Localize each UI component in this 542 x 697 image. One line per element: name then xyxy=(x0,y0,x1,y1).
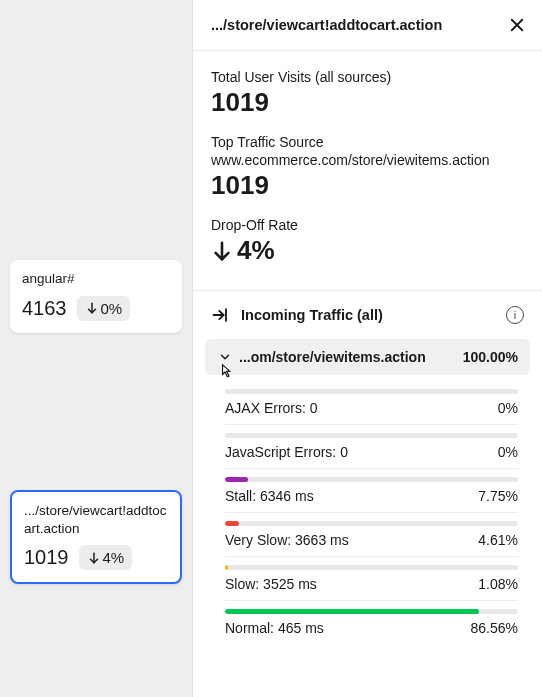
metric-bar xyxy=(225,389,518,394)
accordion-pct: 100.00% xyxy=(463,349,518,365)
metric-bar-fill xyxy=(225,521,239,526)
metrics-list: AJAX Errors: 00%JavaScript Errors: 00%St… xyxy=(205,375,530,644)
drop-value: 4% xyxy=(211,235,524,266)
metric-row: Very Slow: 3663 ms4.61% xyxy=(225,513,518,557)
panel-title: .../store/viewcart!addtocart.action xyxy=(211,17,442,33)
accordion-header[interactable]: ...om/store/viewitems.action 100.00% xyxy=(205,339,530,375)
arrow-down-icon xyxy=(211,240,233,262)
metric-row: Slow: 3525 ms1.08% xyxy=(225,557,518,601)
accordion-title: ...om/store/viewitems.action xyxy=(239,349,426,365)
metric-row: JavaScript Errors: 00% xyxy=(225,425,518,469)
metric-label: Normal: 465 ms xyxy=(225,620,324,636)
node-delta-badge: 0% xyxy=(77,296,131,321)
chevron-down-icon xyxy=(217,349,233,365)
incoming-label: Incoming Traffic (all) xyxy=(241,307,496,323)
metric-row: Normal: 465 ms86.56% xyxy=(225,601,518,644)
traffic-accordion: ...om/store/viewitems.action 100.00% AJA… xyxy=(193,339,542,654)
flow-node-angular[interactable]: angular# 4163 0% xyxy=(10,260,182,333)
metric-row: AJAX Errors: 00% xyxy=(225,381,518,425)
metric-bar xyxy=(225,433,518,438)
info-button[interactable]: i xyxy=(506,306,524,324)
arrow-down-icon xyxy=(87,551,101,565)
metric-pct: 4.61% xyxy=(478,532,518,548)
node-title: .../store/viewcart!addtocart.action xyxy=(24,502,168,537)
node-title: angular# xyxy=(22,270,170,288)
metric-bar-fill xyxy=(225,609,479,614)
panel-stats: Total User Visits (all sources) 1019 Top… xyxy=(193,51,542,290)
metric-label: Very Slow: 3663 ms xyxy=(225,532,349,548)
metric-label: JavaScript Errors: 0 xyxy=(225,444,348,460)
source-sub: www.ecommerce.com/store/viewitems.action xyxy=(211,152,524,168)
metric-label: Slow: 3525 ms xyxy=(225,576,317,592)
incoming-icon xyxy=(211,305,231,325)
source-label: Top Traffic Source xyxy=(211,134,524,150)
arrow-down-icon xyxy=(85,301,99,315)
close-button[interactable] xyxy=(506,14,528,36)
metric-bar xyxy=(225,477,518,482)
metric-pct: 0% xyxy=(498,400,518,416)
close-icon xyxy=(508,16,526,34)
metric-pct: 1.08% xyxy=(478,576,518,592)
metric-pct: 7.75% xyxy=(478,488,518,504)
metric-pct: 0% xyxy=(498,444,518,460)
info-icon: i xyxy=(514,309,516,321)
visits-label: Total User Visits (all sources) xyxy=(211,69,524,85)
metric-row: Stall: 6346 ms7.75% xyxy=(225,469,518,513)
metric-bar xyxy=(225,609,518,614)
flow-canvas: angular# 4163 0% .../store/viewcart!addt… xyxy=(0,0,192,697)
metric-bar xyxy=(225,521,518,526)
visits-value: 1019 xyxy=(211,87,524,118)
node-value: 4163 xyxy=(22,297,67,320)
panel-header: .../store/viewcart!addtocart.action xyxy=(193,0,542,51)
flow-node-viewcart[interactable]: .../store/viewcart!addtocart.action 1019… xyxy=(10,490,182,584)
drop-label: Drop-Off Rate xyxy=(211,217,524,233)
incoming-traffic-section: Incoming Traffic (all) i xyxy=(193,290,542,339)
node-delta-badge: 4% xyxy=(79,545,133,570)
metric-bar-fill xyxy=(225,477,248,482)
metric-label: AJAX Errors: 0 xyxy=(225,400,318,416)
metric-label: Stall: 6346 ms xyxy=(225,488,314,504)
metric-bar xyxy=(225,565,518,570)
metric-pct: 86.56% xyxy=(471,620,518,636)
details-panel: .../store/viewcart!addtocart.action Tota… xyxy=(192,0,542,697)
node-value: 1019 xyxy=(24,546,69,569)
source-value: 1019 xyxy=(211,170,524,201)
metric-bar-fill xyxy=(225,565,228,570)
